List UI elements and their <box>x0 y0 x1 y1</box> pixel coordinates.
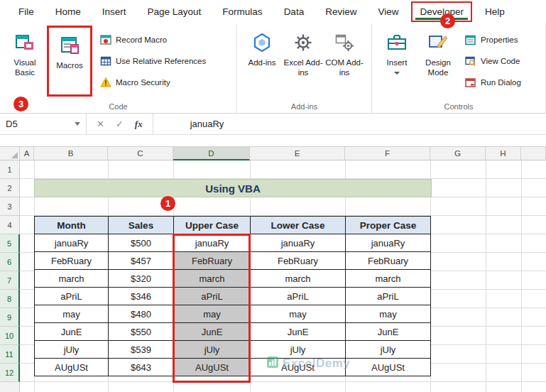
active-cell[interactable]: januaRy <box>174 234 251 252</box>
header-proper-case[interactable]: Proper Case <box>346 217 431 234</box>
use-relative-references-button[interactable]: Use Relative References <box>99 53 206 69</box>
table-cell[interactable]: januaRy <box>346 234 431 252</box>
excel-addins-button[interactable]: Excel Add-ins <box>283 25 324 96</box>
column-header-d[interactable]: D <box>173 147 250 160</box>
title-cell[interactable]: Using VBA <box>34 179 432 197</box>
selected-cell[interactable]: march <box>174 270 251 288</box>
table-cell[interactable]: FebRuary <box>35 252 109 270</box>
table-cell[interactable]: januaRy <box>251 234 346 252</box>
table-cell[interactable]: may <box>346 305 431 323</box>
header-month[interactable]: Month <box>35 217 109 234</box>
macros-button[interactable]: Macros <box>49 28 90 94</box>
column-header-c[interactable]: C <box>108 147 173 160</box>
sheet-body: 1 2 3 4 5 6 7 8 9 10 11 12 Using VBA <box>0 160 546 392</box>
insert-function-icon[interactable]: fx <box>129 119 148 130</box>
row-header-6[interactable]: 6 <box>0 253 20 271</box>
table-cell[interactable]: march <box>346 270 431 288</box>
view-code-button[interactable]: View Code <box>464 53 521 69</box>
table-row: januaRy $500 januaRy januaRy januaRy <box>35 234 431 252</box>
column-header-f[interactable]: F <box>345 147 430 160</box>
row-header-10[interactable]: 10 <box>0 327 20 345</box>
tab-insert[interactable]: Insert <box>94 1 135 22</box>
table-cell[interactable]: JunE <box>35 323 109 341</box>
selected-cell[interactable]: may <box>174 305 251 323</box>
tab-formulas[interactable]: Formulas <box>214 1 271 22</box>
table-cell[interactable]: march <box>35 270 109 288</box>
row-header-4[interactable]: 4 <box>0 216 20 234</box>
header-upper-case[interactable]: Upper Case <box>174 217 251 234</box>
table-cell[interactable]: jUly <box>251 341 346 359</box>
selected-cell[interactable]: jUly <box>174 341 251 359</box>
table-cell[interactable]: FebRuary <box>346 252 431 270</box>
record-macro-button[interactable]: Record Macro <box>99 32 206 48</box>
row-header-1[interactable]: 1 <box>0 160 20 179</box>
table-cell[interactable]: jUly <box>346 341 431 359</box>
table-cell[interactable]: $550 <box>109 323 174 341</box>
column-header-b[interactable]: B <box>34 147 108 160</box>
visual-basic-button[interactable]: Visual Basic <box>4 25 45 96</box>
row-header-11[interactable]: 11 <box>0 345 20 364</box>
table-cell[interactable]: $539 <box>109 341 174 359</box>
tab-file[interactable]: File <box>10 1 43 22</box>
cancel-icon[interactable]: ✕ <box>91 119 110 129</box>
tab-page-layout[interactable]: Page Layout <box>139 1 210 22</box>
column-header-h[interactable]: H <box>486 147 521 160</box>
table-cell[interactable]: FebRuary <box>251 252 346 270</box>
column-header-e[interactable]: E <box>250 147 345 160</box>
table-cell[interactable]: $643 <box>109 359 174 376</box>
formula-text: januaRy <box>190 119 224 129</box>
cells-area[interactable]: Using VBA Month Sales Upper Case Lower C… <box>20 160 546 392</box>
selected-cell[interactable]: FebRuary <box>174 252 251 270</box>
formula-input[interactable]: januaRy <box>153 114 546 134</box>
table-cell[interactable]: AUgUSt <box>35 359 109 376</box>
design-mode-icon <box>428 31 448 55</box>
table-cell[interactable]: march <box>251 270 346 288</box>
run-dialog-button[interactable]: Run Dialog <box>464 75 521 90</box>
addins-button[interactable]: Add-ins <box>241 25 283 96</box>
header-lower-case[interactable]: Lower Case <box>251 217 346 234</box>
table-cell[interactable]: $346 <box>109 288 174 305</box>
tab-home[interactable]: Home <box>47 1 89 22</box>
column-header-a[interactable]: A <box>20 147 34 160</box>
tab-data[interactable]: Data <box>275 1 313 22</box>
design-mode-button[interactable]: Design Mode <box>417 25 459 96</box>
table-cell[interactable]: aPriL <box>251 288 346 305</box>
select-all-button[interactable] <box>0 147 20 160</box>
name-box[interactable]: D5 <box>0 114 87 134</box>
com-addins-button[interactable]: COM Add-ins <box>324 25 365 96</box>
selected-cell[interactable]: AUgUSt <box>174 359 251 376</box>
table-cell[interactable]: aPriL <box>346 288 431 305</box>
ribbon-group-controls: Insert Design Mode <box>372 23 546 113</box>
table-cell[interactable]: may <box>251 305 346 323</box>
row-header-12[interactable]: 12 <box>0 364 20 382</box>
tab-review[interactable]: Review <box>317 1 365 22</box>
tab-view[interactable]: View <box>369 1 407 22</box>
selected-cell[interactable]: JunE <box>174 323 251 341</box>
table-cell[interactable]: aPriL <box>35 288 109 305</box>
tab-help[interactable]: Help <box>476 1 513 22</box>
table-cell[interactable]: JunE <box>346 323 431 341</box>
table-cell[interactable]: januaRy <box>35 234 109 252</box>
table-cell[interactable]: may <box>35 305 109 323</box>
column-header-g[interactable]: G <box>430 147 486 160</box>
macro-security-button[interactable]: Macro Security <box>99 75 206 90</box>
row-header-8[interactable]: 8 <box>0 290 20 308</box>
properties-button[interactable]: Properties <box>464 32 521 48</box>
table-cell[interactable]: $320 <box>109 270 174 288</box>
row-header-7[interactable]: 7 <box>0 271 20 290</box>
table-cell[interactable]: JunE <box>251 323 346 341</box>
table-cell[interactable]: AUgUSt <box>346 359 431 376</box>
row-header-2[interactable]: 2 <box>0 179 20 197</box>
header-sales[interactable]: Sales <box>109 217 174 234</box>
row-header-9[interactable]: 9 <box>0 308 20 327</box>
selected-cell[interactable]: aPriL <box>174 288 251 305</box>
insert-control-button[interactable]: Insert <box>376 25 417 96</box>
table-cell[interactable]: $457 <box>109 252 174 270</box>
table-cell[interactable]: $500 <box>109 234 174 252</box>
table-cell[interactable]: jUly <box>35 341 109 359</box>
row-header-5[interactable]: 5 <box>0 234 20 253</box>
row-header-3[interactable]: 3 <box>0 197 20 216</box>
table-cell[interactable]: $480 <box>109 305 174 323</box>
enter-icon[interactable]: ✓ <box>110 119 129 129</box>
name-box-dropdown-icon[interactable] <box>75 122 80 126</box>
